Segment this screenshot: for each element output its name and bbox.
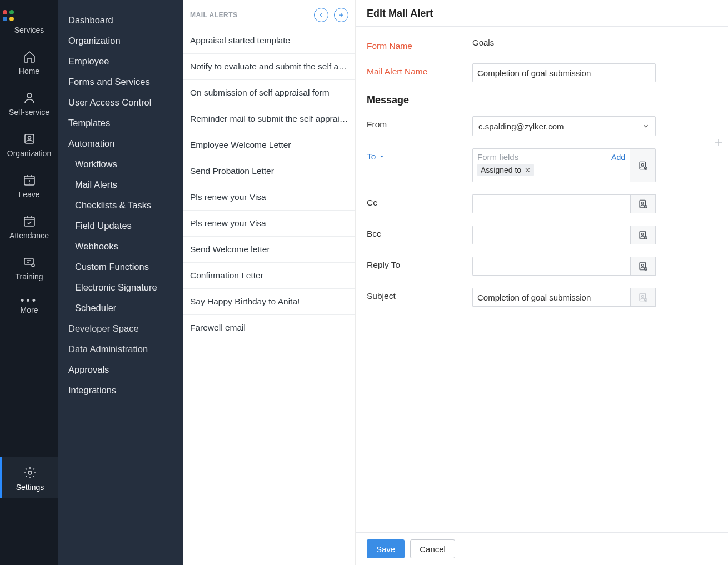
rail-item-attendance[interactable]: Attendance <box>0 206 58 247</box>
org-icon <box>23 132 36 146</box>
listcol-title: MAIL ALERTS <box>190 11 238 19</box>
list-item[interactable]: Farewell email <box>183 315 355 341</box>
cc-label: Cc <box>367 194 472 208</box>
list-item[interactable]: Notify to evaluate and submit the self a… <box>183 54 355 80</box>
svg-point-21 <box>641 296 644 298</box>
reply-to-label: Reply To <box>367 257 472 270</box>
rail-label: Organization <box>2 149 57 158</box>
rail-label: Home <box>2 67 57 76</box>
to-label-dropdown[interactable]: To <box>367 152 385 162</box>
list-item[interactable]: Pls renew your Visa <box>183 211 355 237</box>
mail-alerts-list: MAIL ALERTS Appraisal started template N… <box>183 0 356 565</box>
sidebar-item-data-administration[interactable]: Data Administration <box>58 339 183 359</box>
sidebar-item-templates[interactable]: Templates <box>58 113 183 133</box>
sidebar-item-developer-space[interactable]: Developer Space <box>58 318 183 339</box>
rail-item-settings[interactable]: Settings <box>0 457 58 498</box>
sidebar-item-automation[interactable]: Automation <box>58 133 183 154</box>
list-item[interactable]: Employee Welcome Letter <box>183 132 355 158</box>
list-item[interactable]: Send Probation Letter <box>183 158 355 184</box>
sidebar-item-organization[interactable]: Organization <box>58 31 183 51</box>
sidebar-item-forms-services[interactable]: Forms and Services <box>58 72 183 92</box>
svg-point-18 <box>641 264 644 267</box>
subject-input[interactable] <box>472 288 630 307</box>
sidebar-item-integrations[interactable]: Integrations <box>58 380 183 401</box>
list-item[interactable]: Confirmation Letter <box>183 263 355 289</box>
calendar-alert-icon <box>23 173 36 187</box>
svg-point-2 <box>28 137 31 139</box>
rail-label: Leave <box>2 190 57 199</box>
user-icon <box>23 91 36 104</box>
rail-item-self-service[interactable]: Self-service <box>0 82 58 123</box>
remove-tag-icon[interactable]: ✕ <box>525 166 531 174</box>
editor-title: Edit Mail Alert <box>367 8 717 19</box>
to-tag: Assigned to ✕ <box>477 164 534 176</box>
list-item[interactable]: Pls renew your Visa <box>183 184 355 211</box>
rail-item-home[interactable]: Home <box>0 41 58 82</box>
form-name-value: Goals <box>472 38 717 47</box>
add-button[interactable] <box>334 8 348 22</box>
edit-mail-alert-panel: Edit Mail Alert Form Name Goals Mail Ale… <box>356 0 728 565</box>
addressbook-icon <box>638 199 648 209</box>
addressbook-icon <box>638 161 648 171</box>
cc-input[interactable] <box>472 194 630 213</box>
rail-label: Attendance <box>2 231 57 240</box>
svg-point-12 <box>641 202 644 204</box>
subject-addressbook-button[interactable] <box>630 288 656 307</box>
bcc-input[interactable] <box>472 226 630 244</box>
sidebar-item-approvals[interactable]: Approvals <box>58 359 183 380</box>
cancel-button[interactable]: Cancel <box>410 539 455 558</box>
sidebar-item-field-updates[interactable]: Field Updates <box>58 216 183 236</box>
save-button[interactable]: Save <box>367 539 405 558</box>
to-add-link[interactable]: Add <box>611 153 625 162</box>
list-item[interactable]: Reminder mail to submit the self apprai… <box>183 106 355 132</box>
sidebar-item-electronic-signature[interactable]: Electronic Signature <box>58 277 183 298</box>
list-item[interactable]: On submission of self appraisal form <box>183 80 355 106</box>
from-value: c.spalding@zylker.com <box>478 122 564 131</box>
nav-rail: Services Home Self-service Organization … <box>0 0 58 565</box>
sidebar-item-custom-functions[interactable]: Custom Functions <box>58 257 183 277</box>
list-item[interactable]: Send Welcome letter <box>183 237 355 263</box>
sidebar-item-scheduler[interactable]: Scheduler <box>58 298 183 318</box>
list-item[interactable]: Say Happy Birthday to Anita! <box>183 289 355 315</box>
sidebar-item-dashboard[interactable]: Dashboard <box>58 10 183 31</box>
rail-item-services[interactable]: Services <box>0 7 58 41</box>
calendar-check-icon <box>23 214 36 228</box>
rail-item-training[interactable]: Training <box>0 247 58 288</box>
cc-addressbook-button[interactable] <box>630 194 656 213</box>
rail-item-organization[interactable]: Organization <box>0 123 58 164</box>
sidebar-item-user-access[interactable]: User Access Control <box>58 92 183 113</box>
settings-sidebar: Dashboard Organization Employee Forms an… <box>58 0 183 565</box>
reply-to-addressbook-button[interactable] <box>630 257 656 276</box>
sidebar-item-checklists[interactable]: Checklists & Tasks <box>58 195 183 216</box>
bcc-addressbook-button[interactable] <box>630 226 656 244</box>
addressbook-icon <box>638 230 648 240</box>
message-section-header: Message <box>367 94 717 106</box>
sidebar-item-webhooks[interactable]: Webhooks <box>58 236 183 257</box>
to-addressbook-button[interactable] <box>630 149 655 182</box>
svg-rect-4 <box>24 217 34 226</box>
rail-label: Settings <box>3 483 57 492</box>
rail-item-leave[interactable]: Leave <box>0 164 58 206</box>
mail-alert-name-input[interactable] <box>472 63 656 82</box>
sidebar-item-employee[interactable]: Employee <box>58 51 183 72</box>
rail-label: Training <box>2 272 57 281</box>
svg-point-7 <box>28 471 32 474</box>
addressbook-icon <box>638 292 648 302</box>
add-from-plus-icon[interactable] <box>714 138 724 148</box>
list-item[interactable]: Appraisal started template <box>183 28 355 54</box>
mail-alert-name-label: Mail Alert Name <box>367 63 472 77</box>
sidebar-item-mail-alerts[interactable]: Mail Alerts <box>58 174 183 195</box>
back-button[interactable] <box>314 8 328 22</box>
form-name-label: Form Name <box>367 38 472 51</box>
services-logo-icon <box>2 9 19 22</box>
training-icon <box>23 256 36 269</box>
sidebar-item-workflows[interactable]: Workflows <box>58 154 183 174</box>
to-placeholder: Form fields <box>477 152 518 162</box>
chevron-down-icon <box>642 122 650 130</box>
from-label: From <box>367 116 472 129</box>
rail-item-more[interactable]: ••• More <box>0 288 58 321</box>
from-select[interactable]: c.spalding@zylker.com <box>472 116 656 136</box>
reply-to-input[interactable] <box>472 257 630 276</box>
gear-icon <box>23 466 37 479</box>
to-tagbox: Form fields Add Assigned to ✕ <box>472 148 656 182</box>
